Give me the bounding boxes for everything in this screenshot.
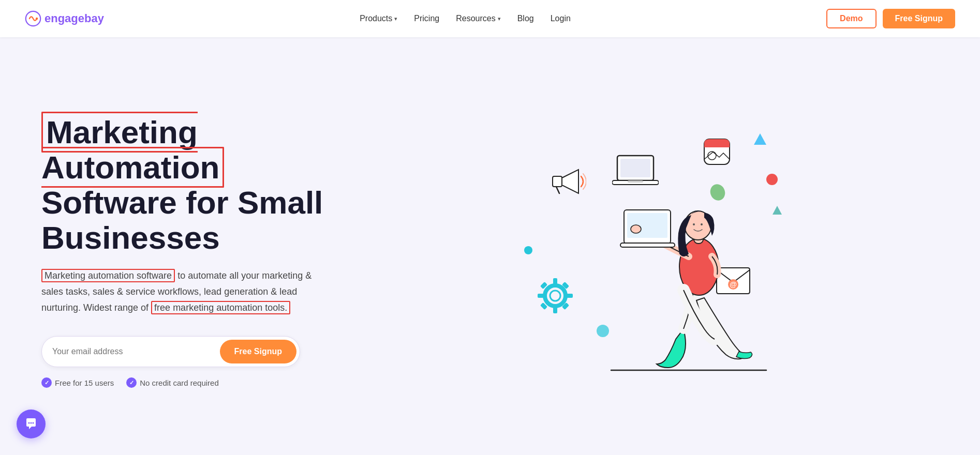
svg-point-39 xyxy=(631,225,641,233)
nav-item-resources[interactable]: Resources ▾ xyxy=(456,14,500,23)
svg-rect-20 xyxy=(567,294,573,298)
hero-title: Marketing Automation Software for Small … xyxy=(41,115,362,256)
chevron-down-icon: ▾ xyxy=(394,16,397,22)
nav-item-blog[interactable]: Blog xyxy=(517,14,534,23)
svg-rect-17 xyxy=(553,278,557,284)
nav-item-login[interactable]: Login xyxy=(551,14,571,23)
svg-point-35 xyxy=(701,223,703,225)
chevron-down-icon: ▾ xyxy=(498,16,501,22)
gear-big-icon xyxy=(534,275,576,318)
badge-no-credit: ✓ No credit card required xyxy=(126,377,219,388)
check-icon: ✓ xyxy=(41,377,52,388)
woman-illustration xyxy=(580,153,777,381)
badge-free-users: ✓ Free for 15 users xyxy=(41,377,114,388)
svg-point-41 xyxy=(31,422,32,424)
svg-rect-19 xyxy=(538,294,544,298)
svg-point-1 xyxy=(36,18,38,20)
nav-item-products[interactable]: Products ▾ xyxy=(360,14,397,23)
svg-point-15 xyxy=(545,285,566,306)
navbar: engagebay Products ▾ Pricing Resources ▾… xyxy=(0,0,980,37)
triangle-blue-icon xyxy=(753,132,767,149)
svg-rect-13 xyxy=(704,143,730,147)
logo[interactable]: engagebay xyxy=(25,10,104,27)
logo-icon xyxy=(25,10,41,27)
svg-point-40 xyxy=(28,422,30,424)
svg-point-27 xyxy=(524,246,532,254)
hero-section: Marketing Automation Software for Small … xyxy=(0,37,980,455)
hero-signup-button[interactable]: Free Signup xyxy=(220,340,296,363)
svg-point-42 xyxy=(33,422,34,424)
svg-point-16 xyxy=(550,291,560,301)
nav-item-pricing[interactable]: Pricing xyxy=(414,14,439,23)
svg-rect-6 xyxy=(553,176,562,187)
chat-button[interactable] xyxy=(17,410,46,438)
title-highlight: Marketing Automation xyxy=(41,112,224,188)
illustration-container: @ xyxy=(524,122,793,381)
hero-badges: ✓ Free for 15 users ✓ No credit card req… xyxy=(41,377,362,388)
hero-illustration: @ xyxy=(362,122,955,381)
description-link1: Marketing automation software xyxy=(41,269,175,282)
chat-icon xyxy=(24,417,38,431)
nav-links: Products ▾ Pricing Resources ▾ Blog Logi… xyxy=(360,14,571,23)
dot-teal-sm-icon xyxy=(524,246,532,256)
hero-left: Marketing Automation Software for Small … xyxy=(41,115,362,388)
demo-button[interactable]: Demo xyxy=(826,9,876,28)
svg-point-34 xyxy=(693,223,695,225)
free-signup-nav-button[interactable]: Free Signup xyxy=(883,9,955,28)
logo-text: engagebay xyxy=(44,12,104,25)
email-input[interactable] xyxy=(52,343,220,360)
nav-actions: Demo Free Signup xyxy=(826,9,955,28)
svg-rect-38 xyxy=(620,243,675,247)
description-link2: free marketing automation tools. xyxy=(151,301,290,314)
hero-description: Marketing automation software to automat… xyxy=(41,268,331,315)
svg-marker-2 xyxy=(754,133,766,145)
check-icon-2: ✓ xyxy=(126,377,137,388)
svg-rect-18 xyxy=(553,307,557,313)
hero-email-form: Free Signup xyxy=(41,336,300,367)
